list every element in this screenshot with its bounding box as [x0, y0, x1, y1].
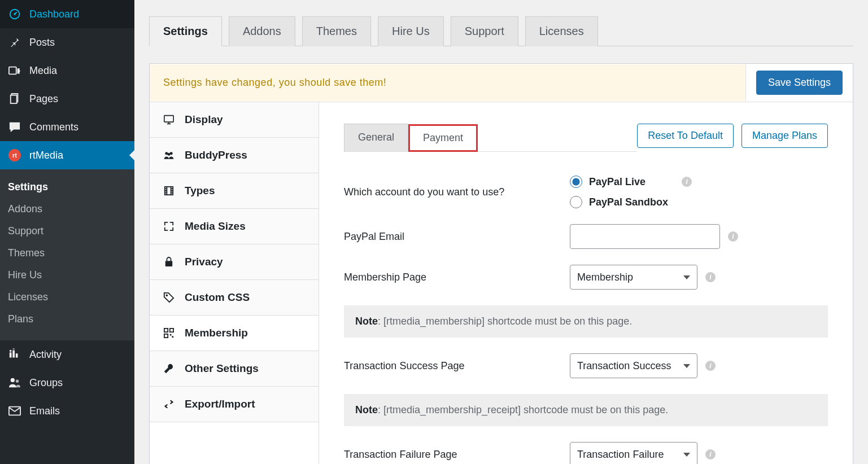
menu-label: Posts	[29, 37, 55, 49]
paypal-sandbox-label: PayPal Sandbox	[589, 196, 668, 208]
wp-submenu-plans[interactable]: Plans	[0, 308, 134, 330]
settings-nav-media-sizes[interactable]: Media Sizes	[150, 209, 319, 244]
wp-menu-pages[interactable]: Pages	[0, 85, 134, 113]
paypal-email-label: PayPal Email	[344, 231, 570, 243]
svg-rect-9	[16, 353, 18, 357]
wp-menu-media[interactable]: Media	[0, 56, 134, 85]
expand-icon	[162, 220, 176, 233]
wp-menu-rtmedia[interactable]: rtrtMedia	[0, 141, 134, 169]
svg-rect-23	[170, 329, 173, 332]
qr-icon	[162, 327, 176, 339]
paypal-sandbox-option[interactable]: PayPal Sandbox	[570, 196, 692, 208]
top-tab-hire-us[interactable]: Hire Us	[378, 16, 444, 46]
membership-sub-tabs: GeneralPayment	[344, 124, 637, 152]
chevron-down-icon	[683, 275, 690, 279]
svg-rect-4	[11, 95, 17, 104]
wp-submenu-settings[interactable]: Settings	[0, 176, 134, 198]
info-icon[interactable]: i	[705, 449, 716, 459]
settings-nav-buddypress[interactable]: BuddyPress	[150, 138, 319, 173]
wp-menu-dashboard[interactable]: Dashboard	[0, 0, 134, 28]
paypal-sandbox-radio[interactable]	[570, 196, 582, 208]
settings-side-nav: DisplayBuddyPressTypesMedia SizesPrivacy…	[150, 102, 319, 464]
top-tab-support[interactable]: Support	[451, 16, 518, 46]
settings-nav-export/import[interactable]: Export/Import	[150, 387, 319, 422]
top-tab-licenses[interactable]: Licenses	[525, 16, 598, 46]
svg-rect-25	[170, 334, 172, 336]
exchange-icon	[162, 398, 176, 410]
wp-menu-posts[interactable]: Posts	[0, 28, 134, 56]
sub-tab-payment[interactable]: Payment	[408, 124, 478, 152]
wp-submenu-licenses[interactable]: Licenses	[0, 286, 134, 308]
membership-page-select[interactable]: Membership	[570, 265, 697, 290]
menu-label: Emails	[29, 405, 60, 417]
group-icon	[162, 149, 176, 161]
top-tab-settings[interactable]: Settings	[149, 16, 222, 46]
top-tab-addons[interactable]: Addons	[229, 16, 295, 46]
svg-rect-26	[172, 336, 173, 338]
comments-icon	[7, 120, 23, 134]
settings-nav-display[interactable]: Display	[150, 102, 319, 138]
settings-nav-membership[interactable]: Membership	[150, 316, 319, 351]
top-tab-themes[interactable]: Themes	[302, 16, 371, 46]
membership-page-value: Membership	[577, 272, 633, 283]
info-icon[interactable]: i	[682, 177, 692, 187]
info-icon[interactable]: i	[728, 231, 738, 242]
admin-top-tabs: SettingsAddonsThemesHire UsSupportLicens…	[149, 0, 853, 46]
paypal-live-option[interactable]: PayPal Live i	[570, 176, 692, 188]
wp-submenu-hire-us[interactable]: Hire Us	[0, 264, 134, 286]
save-settings-button[interactable]: Save Settings	[756, 71, 843, 95]
rt-icon: rt	[7, 148, 23, 162]
transaction-success-value: Transaction Success	[577, 360, 671, 372]
pin-icon	[7, 36, 23, 49]
transaction-failure-select[interactable]: Transaction Failure	[570, 442, 697, 464]
settings-nav-custom-css[interactable]: Custom CSS	[150, 280, 319, 316]
wp-menu-comments[interactable]: Comments	[0, 113, 134, 141]
sub-tab-general[interactable]: General	[344, 124, 408, 151]
wp-submenu-support[interactable]: Support	[0, 220, 134, 242]
menu-label: Dashboard	[29, 8, 79, 20]
wp-submenu-themes[interactable]: Themes	[0, 242, 134, 264]
settings-nav-privacy[interactable]: Privacy	[150, 244, 319, 280]
notice-row: Settings have changed, you should save t…	[150, 64, 853, 102]
groups-icon	[7, 376, 23, 389]
svg-rect-15	[164, 116, 173, 122]
lock-icon	[162, 256, 176, 268]
wp-submenu-addons[interactable]: Addons	[0, 198, 134, 220]
wp-menu-activity[interactable]: Activity	[0, 340, 134, 369]
reset-to-default-button[interactable]: Reset To Default	[637, 124, 734, 148]
film-icon	[162, 185, 176, 197]
settings-nav-label: Custom CSS	[185, 291, 250, 304]
menu-label: Media	[29, 65, 57, 77]
settings-nav-other-settings[interactable]: Other Settings	[150, 351, 319, 387]
settings-nav-label: Display	[185, 113, 223, 126]
svg-point-10	[10, 350, 12, 352]
menu-label: Pages	[29, 93, 58, 105]
info-icon[interactable]: i	[705, 361, 716, 371]
wp-submenu: SettingsAddonsSupportThemesHire UsLicens…	[0, 169, 134, 340]
settings-container: Settings have changed, you should save t…	[149, 63, 853, 464]
emails-icon	[7, 404, 23, 418]
svg-rect-20	[165, 261, 172, 266]
media-icon	[7, 64, 23, 77]
transaction-success-label: Transaction Success Page	[344, 360, 570, 372]
tag-icon	[162, 291, 176, 304]
transaction-success-select[interactable]: Transaction Success	[570, 353, 697, 378]
settings-nav-types[interactable]: Types	[150, 173, 319, 209]
paypal-email-input[interactable]	[570, 224, 720, 249]
dashboard-icon	[7, 7, 23, 21]
wp-admin-sidebar: DashboardPostsMediaPagesCommentsrtrtMedi…	[0, 0, 134, 464]
info-icon[interactable]: i	[705, 272, 716, 282]
paypal-live-radio[interactable]	[570, 176, 582, 188]
svg-point-13	[16, 380, 19, 383]
settings-body: DisplayBuddyPressTypesMedia SizesPrivacy…	[150, 102, 853, 464]
manage-plans-button[interactable]: Manage Plans	[741, 124, 828, 148]
svg-rect-8	[12, 351, 15, 358]
display-icon	[162, 113, 176, 126]
settings-nav-label: Types	[185, 185, 215, 197]
wp-menu-emails[interactable]: Emails	[0, 397, 134, 425]
menu-label: Groups	[29, 377, 63, 389]
wp-menu-groups[interactable]: Groups	[0, 369, 134, 397]
membership-page-label: Membership Page	[344, 272, 570, 283]
save-settings-wrap: Save Settings	[746, 64, 853, 102]
chevron-down-icon	[683, 364, 690, 368]
